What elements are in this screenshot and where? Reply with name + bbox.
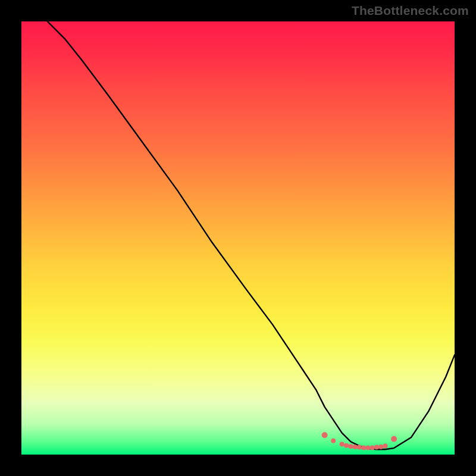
trough-dot <box>374 445 379 450</box>
watermark-text: TheBottleneck.com <box>352 4 469 18</box>
trough-dot <box>365 445 370 450</box>
trough-dot <box>331 439 336 443</box>
plot-area <box>21 21 455 455</box>
bottleneck-curve <box>48 21 455 449</box>
trough-dot <box>348 444 353 449</box>
trough-dot <box>344 443 349 448</box>
trough-dot <box>378 444 383 449</box>
trough-dot <box>383 443 388 448</box>
trough-dot <box>322 432 328 438</box>
trough-dots <box>322 432 397 450</box>
chart-frame: TheBottleneck.com <box>0 0 476 476</box>
trough-dot <box>353 444 358 449</box>
trough-dot <box>357 445 362 450</box>
trough-dot <box>391 436 397 442</box>
curve-layer <box>21 21 455 455</box>
trough-dot <box>370 445 375 450</box>
trough-dot <box>361 445 366 450</box>
trough-dot <box>340 442 345 447</box>
